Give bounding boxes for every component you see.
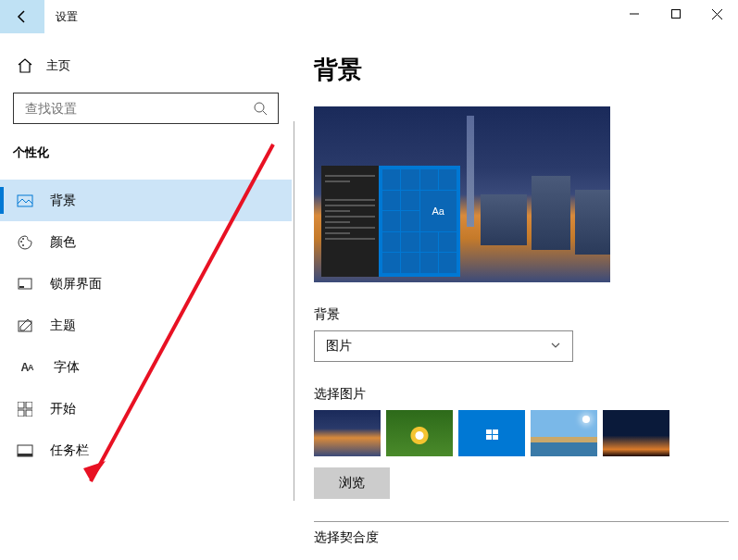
content-area: 背景 Aa [292, 33, 738, 560]
picture-icon [17, 193, 33, 209]
sidebar-item-start[interactable]: 开始 [0, 388, 292, 429]
svg-rect-13 [18, 402, 24, 408]
picture-thumb[interactable] [603, 410, 669, 456]
preview-sample-text: Aa [420, 191, 457, 231]
sidebar-item-background[interactable]: 背景 [0, 180, 292, 221]
svg-rect-11 [19, 286, 24, 288]
svg-rect-18 [18, 454, 32, 456]
picture-thumb[interactable] [458, 410, 525, 456]
window-title: 设置 [44, 9, 78, 25]
picture-thumb[interactable] [386, 410, 453, 456]
svg-point-4 [255, 103, 264, 112]
svg-point-9 [22, 244, 24, 246]
choose-picture-label: 选择图片 [314, 386, 729, 403]
titlebar: 设置 [0, 0, 738, 33]
sidebar-item-label: 主题 [50, 317, 76, 334]
window-controls [613, 0, 738, 28]
sidebar-item-label: 锁屏界面 [50, 276, 102, 292]
pencil-icon [17, 317, 33, 334]
home-icon [17, 57, 33, 74]
sidebar-item-label: 颜色 [50, 234, 76, 251]
svg-rect-15 [18, 410, 24, 417]
background-preview: Aa [314, 106, 610, 282]
sidebar-item-colors[interactable]: 颜色 [0, 221, 292, 263]
chevron-down-icon [550, 339, 561, 354]
sidebar-item-label: 任务栏 [50, 442, 89, 459]
start-icon [17, 401, 33, 417]
background-type-dropdown[interactable]: 图片 [314, 330, 573, 362]
preview-start-menu: Aa [321, 166, 460, 277]
fit-section: 选择契合度 [314, 521, 729, 546]
picture-thumb[interactable] [314, 410, 381, 456]
sidebar-item-lockscreen[interactable]: 锁屏界面 [0, 263, 292, 305]
dropdown-value: 图片 [326, 338, 352, 355]
arrow-left-icon [14, 8, 31, 25]
picture-thumb[interactable] [531, 410, 597, 456]
close-button[interactable] [696, 0, 738, 28]
lockscreen-icon [17, 276, 33, 292]
home-label: 主页 [46, 57, 70, 74]
sidebar-item-label: 字体 [54, 359, 80, 376]
scroll-indicator [294, 121, 294, 501]
background-label: 背景 [314, 306, 729, 323]
sidebar-item-themes[interactable]: 主题 [0, 305, 292, 346]
sidebar-item-taskbar[interactable]: 任务栏 [0, 429, 292, 471]
search-icon [252, 100, 269, 117]
svg-point-7 [20, 241, 22, 243]
sidebar-item-label: 开始 [50, 401, 76, 417]
minimize-button[interactable] [613, 0, 655, 28]
sidebar: 主页 个性化 背景 颜色 [0, 33, 292, 560]
browse-button[interactable]: 浏览 [314, 467, 390, 499]
close-icon [712, 9, 722, 19]
font-icon: AA [17, 359, 37, 376]
sidebar-item-label: 背景 [50, 193, 76, 209]
minimize-icon [630, 9, 639, 19]
search-input[interactable] [23, 100, 252, 117]
svg-rect-16 [26, 410, 32, 417]
picture-thumbnails [314, 410, 729, 456]
section-header: 个性化 [13, 144, 279, 161]
fit-label: 选择契合度 [314, 529, 729, 546]
svg-rect-1 [671, 10, 680, 19]
back-button[interactable] [0, 0, 44, 33]
svg-line-5 [263, 111, 267, 115]
taskbar-icon [17, 442, 33, 459]
maximize-button[interactable] [655, 0, 696, 28]
sidebar-item-fonts[interactable]: AA 字体 [0, 346, 292, 388]
palette-icon [17, 234, 33, 251]
nav-list: 背景 颜色 锁屏界面 主题 AA [0, 180, 292, 471]
search-box[interactable] [13, 93, 279, 124]
svg-point-8 [22, 238, 24, 240]
home-button[interactable]: 主页 [13, 52, 279, 80]
page-title: 背景 [314, 54, 729, 86]
maximize-icon [671, 9, 681, 19]
svg-rect-14 [26, 402, 32, 408]
